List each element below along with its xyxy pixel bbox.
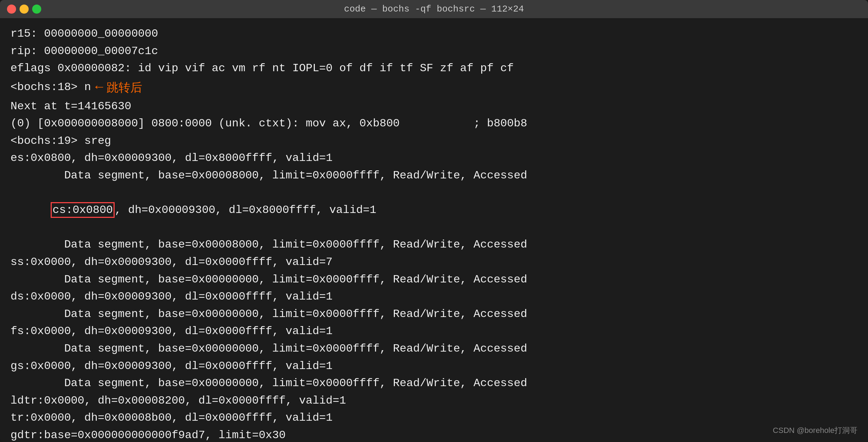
close-button[interactable] — [7, 5, 16, 14]
line-fs-data: Data segment, base=0x00000000, limit=0x0… — [10, 340, 858, 358]
line-tr: tr:0x0000, dh=0x00008b00, dl=0x0000ffff,… — [10, 409, 858, 427]
minimize-button[interactable] — [20, 5, 29, 14]
line-r15: r15: 00000000_00000000 — [10, 25, 858, 43]
terminal-body[interactable]: r15: 00000000_00000000 rip: 00000000_000… — [0, 18, 868, 442]
line-gs-data: Data segment, base=0x00000000, limit=0x0… — [10, 375, 858, 392]
terminal-window: code — bochs -qf bochsrc — 112×24 r15: 0… — [0, 0, 868, 442]
line-ds: ds:0x0000, dh=0x00009300, dl=0x0000ffff,… — [10, 288, 858, 305]
cs-rest: , dh=0x00009300, dl=0x8000ffff, valid=1 — [115, 204, 376, 216]
maximize-button[interactable] — [32, 5, 41, 14]
line-eflags: eflags 0x00000082: id vip vif ac vm rf n… — [10, 60, 858, 77]
watermark: CSDN @borehole打洞哥 — [773, 425, 858, 436]
line-ds-data: Data segment, base=0x00000000, limit=0x0… — [10, 305, 858, 323]
line-next-at: Next at t=14165630 — [10, 98, 858, 115]
line-rip: rip: 00000000_00007c1c — [10, 43, 858, 60]
line-cs-data: Data segment, base=0x00008000, limit=0x0… — [10, 236, 858, 253]
line-gs: gs:0x0000, dh=0x00009300, dl=0x0000ffff,… — [10, 358, 858, 375]
traffic-lights — [7, 5, 41, 14]
line-es: es:0x0800, dh=0x00009300, dl=0x8000ffff,… — [10, 149, 858, 167]
title-bar: code — bochs -qf bochsrc — 112×24 — [0, 0, 868, 18]
annotation-label: 跳转后 — [107, 78, 142, 97]
line-instruction: (0) [0x000000008000] 0800:0000 (unk. ctx… — [10, 115, 858, 132]
line-ldtr: ldtr:0x0000, dh=0x00008200, dl=0x0000fff… — [10, 392, 858, 410]
cs-highlight-box: cs:0x0800 — [51, 202, 115, 218]
line-ss-data: Data segment, base=0x00000000, limit=0x0… — [10, 271, 858, 288]
line-gdtr: gdtr:base=0x000000000000f9ad7, limit=0x3… — [10, 427, 858, 442]
line-ss: ss:0x0000, dh=0x00009300, dl=0x0000ffff,… — [10, 253, 858, 271]
line-bochs19: <bochs:19> sreg — [10, 132, 858, 150]
line-es-data: Data segment, base=0x00008000, limit=0x0… — [10, 167, 858, 184]
line-fs: fs:0x0000, dh=0x00009300, dl=0x0000ffff,… — [10, 323, 858, 340]
line-cs: cs:0x0800, dh=0x00009300, dl=0x8000ffff,… — [10, 184, 858, 236]
jump-annotation: ← 跳转后 — [95, 77, 142, 98]
window-title: code — bochs -qf bochsrc — 112×24 — [344, 4, 524, 14]
line-bochs18: <bochs:18> n ← 跳转后 — [10, 77, 858, 98]
bochs18-prompt: <bochs:18> n — [10, 79, 91, 96]
arrow-icon: ← — [95, 77, 103, 98]
